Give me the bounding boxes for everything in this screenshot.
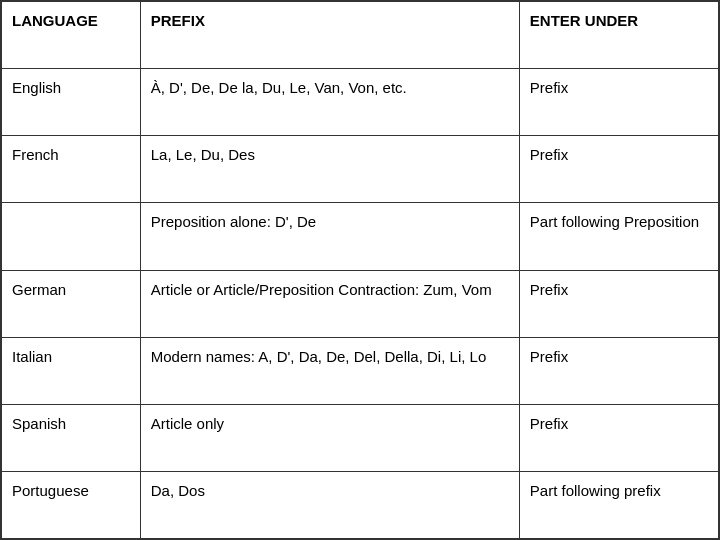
language-prefix-table: LANGUAGE PREFIX ENTER UNDER English À, D… bbox=[1, 1, 719, 539]
row-enter-under: Part following Preposition bbox=[519, 203, 718, 270]
table-row: German Article or Article/Preposition Co… bbox=[2, 270, 719, 337]
row-enter-under: Part following prefix bbox=[519, 471, 718, 538]
table-row: Italian Modern names: A, D', Da, De, Del… bbox=[2, 337, 719, 404]
row-prefix: Article only bbox=[140, 404, 519, 471]
row-enter-under: Prefix bbox=[519, 404, 718, 471]
table-row: Portuguese Da, Dos Part following prefix bbox=[2, 471, 719, 538]
row-prefix: À, D', De, De la, Du, Le, Van, Von, etc. bbox=[140, 69, 519, 136]
header-prefix: PREFIX bbox=[140, 2, 519, 69]
row-language bbox=[2, 203, 141, 270]
row-language: Italian bbox=[2, 337, 141, 404]
row-prefix: Da, Dos bbox=[140, 471, 519, 538]
row-enter-under: Prefix bbox=[519, 270, 718, 337]
table-header-row: LANGUAGE PREFIX ENTER UNDER bbox=[2, 2, 719, 69]
row-prefix: Modern names: A, D', Da, De, Del, Della,… bbox=[140, 337, 519, 404]
table-row: Spanish Article only Prefix bbox=[2, 404, 719, 471]
row-language: French bbox=[2, 136, 141, 203]
table-row: French La, Le, Du, Des Prefix bbox=[2, 136, 719, 203]
table-row: Preposition alone: D', De Part following… bbox=[2, 203, 719, 270]
row-language: German bbox=[2, 270, 141, 337]
header-enter-under: ENTER UNDER bbox=[519, 2, 718, 69]
row-prefix: La, Le, Du, Des bbox=[140, 136, 519, 203]
row-enter-under: Prefix bbox=[519, 136, 718, 203]
row-language: English bbox=[2, 69, 141, 136]
row-language: Portuguese bbox=[2, 471, 141, 538]
header-language: LANGUAGE bbox=[2, 2, 141, 69]
row-enter-under: Prefix bbox=[519, 337, 718, 404]
row-prefix: Preposition alone: D', De bbox=[140, 203, 519, 270]
main-table-container: LANGUAGE PREFIX ENTER UNDER English À, D… bbox=[0, 0, 720, 540]
table-row: English À, D', De, De la, Du, Le, Van, V… bbox=[2, 69, 719, 136]
row-enter-under: Prefix bbox=[519, 69, 718, 136]
row-language: Spanish bbox=[2, 404, 141, 471]
row-prefix: Article or Article/Preposition Contracti… bbox=[140, 270, 519, 337]
